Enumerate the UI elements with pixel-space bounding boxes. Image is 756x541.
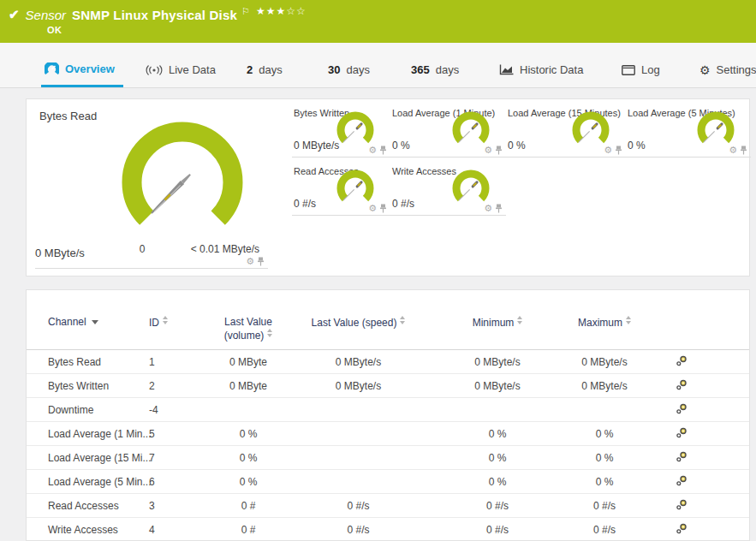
table-row-write-accesses: Write Accesses 4 0 # 0 #/s 0 #/s 0 #/s	[27, 518, 749, 541]
column-maximum[interactable]: Maximum	[566, 316, 643, 330]
sort-icon	[267, 329, 272, 337]
gear-icon[interactable]: ⚙	[729, 146, 737, 155]
edit-channel-icon[interactable]	[643, 523, 749, 537]
table-row-load-average-1min: Load Average (1 Min... 5 0 % 0 % 0 %	[27, 422, 749, 446]
sort-icon	[626, 316, 631, 324]
sort-icon	[163, 316, 168, 324]
stars-filled[interactable]: ★★★	[256, 5, 286, 17]
edit-channel-icon[interactable]	[643, 355, 749, 369]
tab-30-days[interactable]: 30 days	[321, 52, 377, 87]
gauge-bytes-written: Bytes Written 0 MByte/s ⚙	[292, 99, 390, 158]
edit-channel-icon[interactable]	[643, 475, 749, 489]
gear-icon[interactable]: ⚙	[604, 146, 612, 155]
cell-max: 0 %	[566, 428, 643, 440]
edit-channel-icon[interactable]	[643, 499, 749, 513]
sort-desc-icon	[92, 320, 98, 324]
edit-channel-icon[interactable]	[643, 427, 749, 441]
gauge-write-accesses: Write Accesses 0 #/s ⚙	[390, 158, 506, 216]
tab-bar: Overview Live Data 2 days 30 days 365	[0, 43, 756, 88]
gear-icon[interactable]: ⚙	[484, 146, 492, 155]
cell-id: 4	[149, 524, 209, 536]
gauge-actions: ⚙	[368, 146, 387, 155]
cell-speed: 0 MByte/s	[288, 356, 429, 368]
priority-stars[interactable]: ★★★☆☆	[256, 5, 307, 17]
gear-icon[interactable]: ⚙	[368, 146, 377, 155]
gauge-actions: ⚙	[484, 146, 503, 155]
tab-365-days[interactable]: 365 days	[404, 52, 466, 87]
cell-id: 3	[149, 500, 209, 512]
pin-icon[interactable]	[379, 204, 387, 213]
gear-icon[interactable]: ⚙	[246, 257, 254, 266]
pin-icon[interactable]	[379, 146, 387, 155]
flag-icon[interactable]: ⚐	[241, 6, 250, 17]
pin-icon[interactable]	[615, 146, 622, 155]
column-last-value-speed[interactable]: Last Value (speed)	[288, 316, 429, 330]
gear-icon[interactable]: ⚙	[484, 204, 492, 213]
cell-channel[interactable]: Load Average (5 Min...	[27, 476, 149, 488]
cell-volume: 0 MByte	[209, 380, 288, 392]
column-id[interactable]: ID	[149, 316, 209, 330]
tab-label: Live Data	[169, 63, 216, 76]
tab-label: Settings	[717, 63, 756, 76]
cell-channel[interactable]: Load Average (1 Min...	[27, 428, 149, 440]
column-minimum[interactable]: Minimum	[429, 316, 566, 330]
tab-live-data[interactable]: Live Data	[139, 52, 223, 87]
divider	[35, 268, 268, 269]
cell-max: 0 %	[566, 452, 643, 464]
cell-channel[interactable]: Load Average (15 Mi...	[27, 452, 149, 464]
cell-volume: 0 MByte	[209, 356, 288, 368]
cell-channel[interactable]: Bytes Read	[27, 356, 149, 368]
tab-historic-data[interactable]: Historic Data	[492, 52, 590, 87]
gauge-load-average-15min: Load Average (15 Minutes) 0 % ⚙	[506, 99, 626, 158]
tab-number: 30	[328, 63, 340, 76]
cell-id: 2	[149, 380, 209, 392]
edit-channel-icon[interactable]	[643, 451, 749, 465]
cell-min: 0 MByte/s	[429, 380, 566, 392]
cell-id: 5	[149, 428, 209, 440]
gauge-value: 0 #/s	[392, 198, 414, 210]
table-row-load-average-15min: Load Average (15 Mi... 7 0 % 0 % 0 %	[27, 446, 749, 470]
stars-empty[interactable]: ☆☆	[286, 5, 307, 17]
edit-channel-icon[interactable]	[643, 403, 749, 417]
cell-max: 0 %	[566, 476, 643, 488]
tab-settings[interactable]: ⚙ Settings	[693, 52, 756, 87]
gear-icon[interactable]: ⚙	[368, 204, 377, 213]
tab-overview[interactable]: Overview	[41, 52, 123, 87]
gauge-value: 0 MByte/s	[35, 247, 85, 259]
pin-icon[interactable]	[495, 204, 503, 213]
cell-channel[interactable]: Write Accesses	[27, 524, 149, 536]
cell-speed: 0 #/s	[288, 524, 429, 536]
cell-min: 0 %	[429, 476, 566, 488]
gear-icon: ⚙	[699, 64, 711, 76]
gauge-value: 0 %	[628, 140, 646, 152]
prtg-sensor-page: ✔ Sensor SNMP Linux Physical Disk ⚐ ★★★☆…	[0, 0, 756, 541]
pin-icon[interactable]	[495, 146, 503, 155]
gauge-scale-min: 0	[129, 243, 155, 255]
column-last-value-volume[interactable]: Last Value (volume)	[209, 316, 288, 342]
cell-channel[interactable]: Read Accesses	[27, 500, 149, 512]
empty-cell	[626, 158, 751, 216]
gauge-icon	[45, 62, 59, 75]
small-gauges-grid: Bytes Written 0 MByte/s ⚙ Load Average (	[292, 99, 751, 216]
gauge-bytes-read: Bytes Read 0 < 0.01 MByte/s 0 MByte/s ⚙	[27, 99, 275, 270]
gauge-actions: ⚙	[368, 204, 387, 213]
table-row-bytes-written: Bytes Written 2 0 MByte 0 MByte/s 0 MByt…	[27, 374, 749, 398]
gauge-value: 0 #/s	[294, 198, 316, 210]
tab-label: Historic Data	[520, 63, 583, 76]
pin-icon[interactable]	[257, 257, 265, 266]
tab-log[interactable]: Log	[615, 52, 667, 87]
edit-channel-icon[interactable]	[643, 379, 749, 393]
tab-label: days	[346, 63, 369, 76]
tab-2-days[interactable]: 2 days	[240, 52, 289, 87]
column-channel[interactable]: Channel	[27, 316, 149, 329]
gauge-actions: ⚙	[246, 257, 265, 266]
gauge-load-average-5min: Load Average (5 Minutes) 0 % ⚙	[626, 99, 751, 158]
cell-channel[interactable]: Bytes Written	[27, 380, 149, 392]
cell-min: 0 #/s	[429, 500, 566, 512]
table-row-load-average-5min: Load Average (5 Min... 6 0 % 0 % 0 %	[27, 470, 749, 494]
table-header-row: Channel ID Last Value (volume) Last Valu…	[27, 290, 749, 350]
table-row-downtime: Downtime -4	[27, 398, 749, 422]
gauge-title: Write Accesses	[392, 166, 456, 176]
pin-icon[interactable]	[740, 146, 747, 155]
cell-channel[interactable]: Downtime	[27, 404, 149, 416]
